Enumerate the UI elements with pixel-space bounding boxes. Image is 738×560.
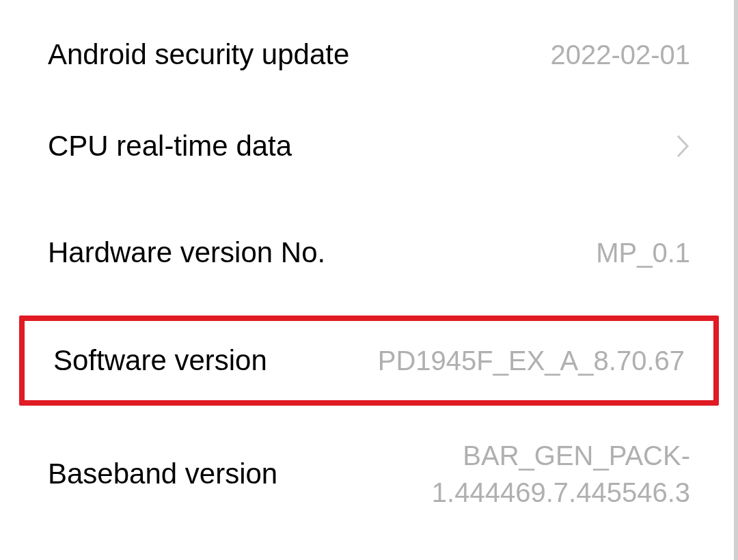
row-right-group: [675, 133, 690, 159]
label-software-version: Software version: [53, 344, 267, 377]
settings-list: Android security update 2022-02-01 CPU r…: [0, 0, 738, 549]
value-baseband-version: BAR_GEN_PACK-1.444469.7.445546.3: [291, 437, 690, 511]
label-cpu-realtime-data: CPU real-time data: [48, 130, 292, 163]
value-hardware-version: MP_0.1: [596, 238, 690, 268]
row-software-version[interactable]: Software version PD1945F_EX_A_8.70.67: [19, 316, 719, 406]
label-baseband-version: Baseband version: [48, 458, 277, 490]
chevron-right-icon: [675, 133, 690, 159]
row-android-security-update[interactable]: Android security update 2022-02-01: [0, 14, 738, 96]
value-android-security-update: 2022-02-01: [550, 40, 690, 70]
settings-about-panel: Android security update 2022-02-01 CPU r…: [0, 0, 738, 560]
label-android-security-update: Android security update: [48, 38, 349, 71]
label-hardware-version: Hardware version No.: [48, 236, 325, 269]
value-software-version: PD1945F_EX_A_8.70.67: [378, 346, 685, 376]
scrollbar[interactable]: [734, 0, 738, 560]
row-baseband-version[interactable]: Baseband version BAR_GEN_PACK-1.444469.7…: [0, 412, 738, 535]
row-cpu-realtime-data[interactable]: CPU real-time data: [0, 96, 738, 197]
row-hardware-version[interactable]: Hardware version No. MP_0.1: [0, 197, 738, 309]
